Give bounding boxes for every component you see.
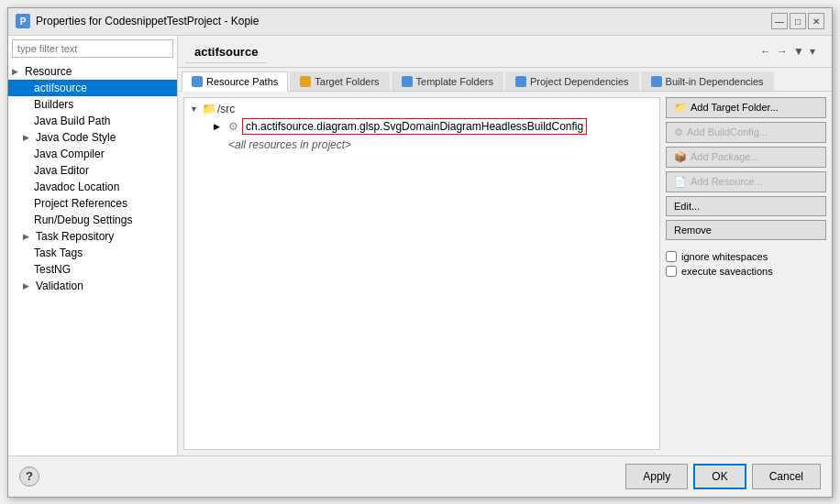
expand-arrow: ▶ xyxy=(12,67,21,76)
cancel-button[interactable]: Cancel xyxy=(752,464,821,489)
content-area: ▼📁/src▶⚙ch.actifsource.diagram.glsp.SvgD… xyxy=(178,92,832,455)
sidebar-item-javadoc-location[interactable]: Javadoc Location xyxy=(8,179,177,195)
title-controls: — □ ✕ xyxy=(771,13,824,29)
tree-panel: ▼📁/src▶⚙ch.actifsource.diagram.glsp.SvgD… xyxy=(183,97,660,450)
tree-child-node[interactable]: ▶⚙ch.actifsource.diagram.glsp.SvgDomainD… xyxy=(188,116,656,137)
maximize-button[interactable]: □ xyxy=(790,13,806,29)
tab-label: Project Dependencies xyxy=(530,76,629,87)
folder-icon: 📁 xyxy=(203,103,216,115)
sidebar-item-run-debug-settings[interactable]: Run/Debug Settings xyxy=(8,212,177,228)
sidebar-item-label: Project References xyxy=(34,197,127,210)
sidebar-item-java-editor[interactable]: Java Editor xyxy=(8,162,177,179)
sidebar-item-label: Builders xyxy=(34,98,73,111)
tree-expand-icon: ▼ xyxy=(190,104,201,114)
sidebar-item-label: Java Compiler xyxy=(34,148,105,160)
sidebar-item-task-tags[interactable]: Task Tags xyxy=(8,245,177,261)
sidebar-item-label: Run/Debug Settings xyxy=(34,214,132,226)
add-build-config-button[interactable]: ⚙Add BuildConfig... xyxy=(666,122,826,143)
main-header: actifsource xyxy=(185,39,267,63)
ignore-whitespaces-checkbox[interactable] xyxy=(666,251,677,262)
sidebar-item-actifsource[interactable]: actifsource xyxy=(8,80,177,96)
execute-saveactions-checkbox[interactable] xyxy=(666,266,677,277)
tabs-bar: Resource PathsTarget FoldersTemplate Fol… xyxy=(178,68,832,92)
tab-template-folders[interactable]: Template Folders xyxy=(392,71,503,91)
sidebar-item-label: TestNG xyxy=(34,263,71,276)
add-package-icon: 📦 xyxy=(674,151,687,163)
expand-arrow: ▶ xyxy=(23,133,32,142)
title-bar-left: P Properties for CodesnippetTestProject … xyxy=(16,14,259,28)
sidebar-item-label: Java Code Style xyxy=(36,131,116,144)
sidebar-item-label: Resource xyxy=(25,65,72,78)
add-package-button[interactable]: 📦Add Package... xyxy=(666,147,826,168)
apply-button[interactable]: Apply xyxy=(625,464,688,489)
dialog-icon: P xyxy=(16,14,30,28)
tab-label: Resource Paths xyxy=(206,76,278,87)
sidebar-item-label: Java Editor xyxy=(34,164,89,177)
add-target-folder-label: Add Target Folder... xyxy=(691,102,779,113)
tab-resource-paths[interactable]: Resource Paths xyxy=(182,71,288,92)
sidebar-item-java-code-style[interactable]: ▶Java Code Style xyxy=(8,129,177,146)
tree-root-label: /src xyxy=(217,103,235,115)
sidebar-item-label: actifsource xyxy=(34,82,87,94)
sidebar-item-builders[interactable]: Builders xyxy=(8,96,177,113)
ok-button[interactable]: OK xyxy=(693,464,746,489)
sidebar-item-java-build-path[interactable]: Java Build Path xyxy=(8,113,177,129)
sidebar-item-validation[interactable]: ▶Validation xyxy=(8,278,177,294)
tree-root-node[interactable]: ▼📁/src xyxy=(188,102,656,116)
add-target-folder-button[interactable]: 📁Add Target Folder... xyxy=(666,97,826,118)
nav-arrows: ← → ▼ ▾ xyxy=(751,39,824,63)
close-button[interactable]: ✕ xyxy=(808,13,824,29)
properties-dialog: P Properties for CodesnippetTestProject … xyxy=(7,7,833,498)
edit-label: Edit... xyxy=(674,201,700,212)
add-build-config-label: Add BuildConfig... xyxy=(687,126,768,137)
tab-built-in-dependencies[interactable]: Built-in Dependencies xyxy=(641,71,774,91)
config-icon: ⚙ xyxy=(228,120,238,133)
sidebar-item-resource[interactable]: ▶Resource xyxy=(8,63,177,80)
edit-button[interactable]: Edit... xyxy=(666,196,826,216)
nav-dropdown-button[interactable]: ▼ xyxy=(791,43,806,60)
execute-saveactions-row: execute saveactions xyxy=(666,266,826,277)
back-button[interactable]: ← xyxy=(758,43,773,60)
dialog-title: Properties for CodesnippetTestProject - … xyxy=(36,15,259,27)
help-button[interactable]: ? xyxy=(19,466,39,487)
sidebar-item-label: Task Tags xyxy=(34,247,83,259)
sidebar-item-label: Java Build Path xyxy=(34,115,110,127)
child-expand-arrow: ▶ xyxy=(214,122,225,131)
tab-icon-target-folders xyxy=(300,76,311,87)
add-resource-label: Add Resource... xyxy=(691,176,763,187)
footer-right: Apply OK Cancel xyxy=(625,464,821,489)
filter-input[interactable] xyxy=(12,39,173,58)
sidebar-tree: ▶ResourceactifsourceBuildersJava Build P… xyxy=(8,61,177,455)
sidebar-item-project-references[interactable]: Project References xyxy=(8,195,177,212)
tab-icon-project-dependencies xyxy=(515,76,526,87)
forward-button[interactable]: → xyxy=(775,43,790,60)
remove-button[interactable]: Remove xyxy=(666,220,826,240)
add-package-label: Add Package... xyxy=(691,151,759,162)
tab-label: Template Folders xyxy=(416,76,493,87)
tab-label: Target Folders xyxy=(315,76,379,87)
tree-sub-label: <all resources in project> xyxy=(188,137,656,153)
title-bar: P Properties for CodesnippetTestProject … xyxy=(8,8,832,36)
config-label: ch.actifsource.diagram.glsp.SvgDomainDia… xyxy=(242,118,587,135)
add-resource-icon: 📄 xyxy=(674,176,687,188)
add-target-folder-icon: 📁 xyxy=(674,102,687,114)
dialog-body: ▶ResourceactifsourceBuildersJava Build P… xyxy=(8,36,832,455)
ignore-whitespaces-label: ignore whitespaces xyxy=(681,251,768,262)
nav-menu-button[interactable]: ▾ xyxy=(808,43,817,60)
tab-icon-built-in-dependencies xyxy=(651,76,662,87)
tab-target-folders[interactable]: Target Folders xyxy=(290,71,389,91)
sidebar-item-java-compiler[interactable]: Java Compiler xyxy=(8,146,177,162)
dialog-footer: ? Apply OK Cancel xyxy=(8,455,832,497)
expand-arrow: ▶ xyxy=(23,281,32,290)
main-area: actifsource ← → ▼ ▾ Resource PathsTarget… xyxy=(178,36,832,455)
tab-project-dependencies[interactable]: Project Dependencies xyxy=(505,71,639,91)
checkbox-area: ignore whitespacesexecute saveactions xyxy=(666,251,826,277)
sidebar-item-task-repository[interactable]: ▶Task Repository xyxy=(8,228,177,245)
tab-label: Built-in Dependencies xyxy=(666,76,764,87)
add-resource-button[interactable]: 📄Add Resource... xyxy=(666,171,826,192)
sidebar-item-label: Task Repository xyxy=(36,230,114,243)
ignore-whitespaces-row: ignore whitespaces xyxy=(666,251,826,262)
sidebar-item-testng[interactable]: TestNG xyxy=(8,261,177,278)
execute-saveactions-label: execute saveactions xyxy=(681,266,773,277)
minimize-button[interactable]: — xyxy=(771,13,788,29)
